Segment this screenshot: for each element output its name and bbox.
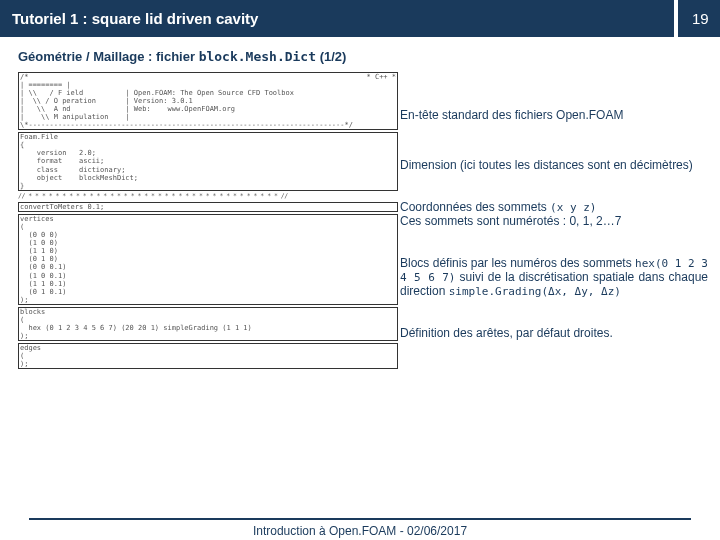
code-convert: convertToMeters 0.1; (20, 203, 396, 211)
comment-dimension: Dimension (ici toutes les distances sont… (400, 158, 708, 172)
slide-footer: Introduction à Open.FOAM - 02/06/2017 (0, 518, 720, 538)
subtitle-code: block.Mesh.Dict (199, 49, 316, 64)
subtitle-suffix: (1/2) (316, 49, 346, 64)
code-vertices: vertices ( (0 0 0) (1 0 0) (1 1 0) (0 1 … (20, 215, 396, 304)
footer-text: Introduction à Open.FOAM - 02/06/2017 (253, 524, 467, 538)
code-edges: edges ( ); (20, 344, 396, 368)
code-convert-box: convertToMeters 0.1; (18, 202, 398, 212)
code-edges-box: edges ( ); (18, 343, 398, 369)
code-stars: // * * * * * * * * * * * * * * * * * * *… (18, 193, 398, 200)
code-blocks: blocks ( hex (0 1 2 3 4 5 6 7) (20 20 1)… (20, 308, 396, 340)
slide-subtitle: Géométrie / Maillage : fichier block.Mes… (0, 37, 720, 72)
comment-vertices: Coordonnées des sommets (x y z) Ces somm… (400, 200, 708, 228)
code-foamfile: Foam.File { version 2.0; format ascii; c… (20, 133, 396, 189)
code-banner: | ======== | | \\ / F ield | Open.FOAM: … (20, 81, 396, 129)
footer-line (29, 518, 691, 520)
slide-title: Tutoriel 1 : square lid driven cavity (0, 0, 674, 37)
code-blocks-box: blocks ( hex (0 1 2 3 4 5 6 7) (20 20 1)… (18, 307, 398, 341)
code-foamfile-box: Foam.File { version 2.0; format ascii; c… (18, 132, 398, 190)
code-topbar-right: * C++ * (366, 73, 396, 81)
comment-edges: Définition des arêtes, par défaut droite… (400, 326, 708, 340)
commentary-column: En-tête standard des fichiers Open.FOAM … (400, 72, 708, 368)
slide-number: 19 (678, 0, 720, 37)
comment-header: En-tête standard des fichiers Open.FOAM (400, 108, 708, 122)
code-topbar-left: /* (20, 73, 28, 81)
code-vertices-box: vertices ( (0 0 0) (1 0 0) (1 1 0) (0 1 … (18, 214, 398, 305)
slide-header: Tutoriel 1 : square lid driven cavity 19 (0, 0, 720, 37)
code-header-box: /* * C++ * | ======== | | \\ / F ield | … (18, 72, 398, 130)
content-area: /* * C++ * | ======== | | \\ / F ield | … (0, 72, 720, 492)
comment-blocks: Blocs définis par les numéros des sommet… (400, 256, 708, 298)
subtitle-prefix: Géométrie / Maillage : fichier (18, 49, 199, 64)
code-column: /* * C++ * | ======== | | \\ / F ield | … (18, 72, 398, 371)
